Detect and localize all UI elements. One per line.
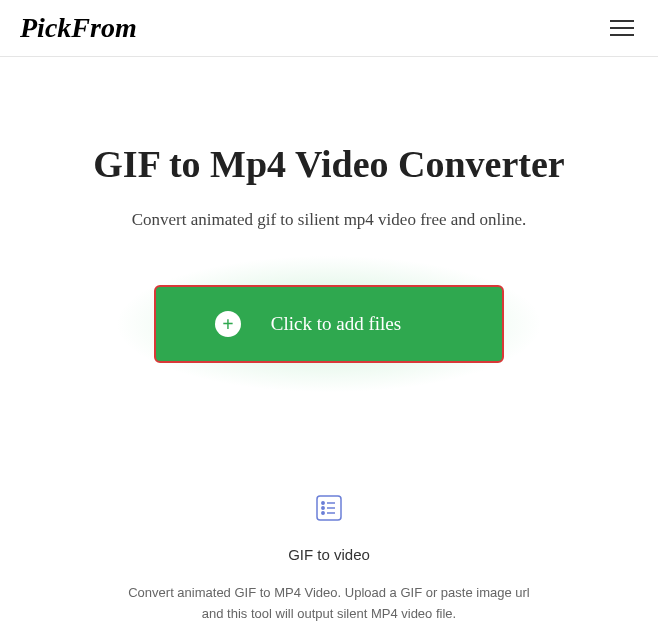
- feature-description: Convert animated GIF to MP4 Video. Uploa…: [109, 583, 549, 625]
- hamburger-menu-button[interactable]: [606, 16, 638, 40]
- hamburger-line: [610, 34, 634, 36]
- svg-point-3: [322, 507, 324, 509]
- add-files-button[interactable]: + Click to add files: [154, 285, 504, 363]
- feature-section: GIF to video Convert animated GIF to MP4…: [0, 488, 658, 625]
- logo[interactable]: PickFrom: [20, 12, 137, 44]
- add-files-label: Click to add files: [271, 313, 401, 335]
- page-title: GIF to Mp4 Video Converter: [0, 142, 658, 186]
- hamburger-line: [610, 27, 634, 29]
- page-subtitle: Convert animated gif to silient mp4 vide…: [0, 210, 658, 230]
- svg-point-5: [322, 512, 324, 514]
- header: PickFrom: [0, 0, 658, 57]
- hamburger-line: [610, 20, 634, 22]
- svg-point-1: [322, 502, 324, 504]
- list-icon: [309, 488, 349, 528]
- feature-title: GIF to video: [0, 546, 658, 563]
- upload-wrapper: + Click to add files: [154, 285, 504, 363]
- feature-desc-line2: and this tool will output silent MP4 vid…: [202, 606, 456, 621]
- feature-desc-line1: Convert animated GIF to MP4 Video. Uploa…: [128, 585, 530, 600]
- main-content: GIF to Mp4 Video Converter Convert anima…: [0, 57, 658, 625]
- plus-icon: +: [215, 311, 241, 337]
